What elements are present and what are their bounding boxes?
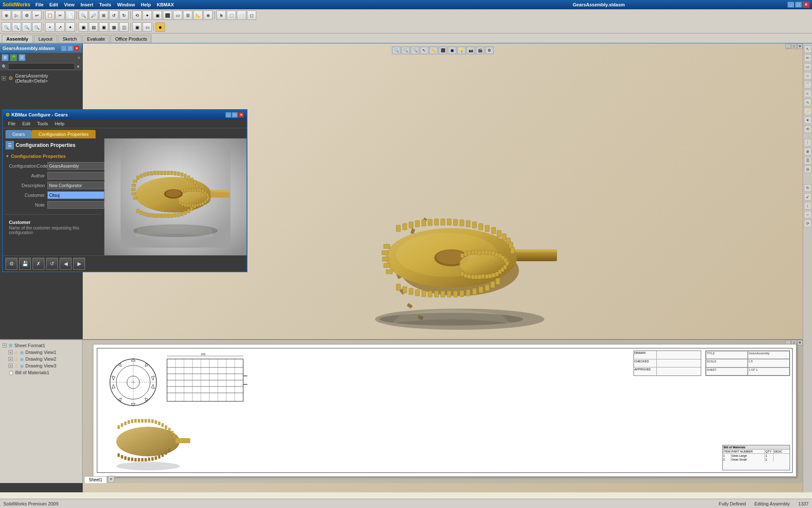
vp-display-btn[interactable]: ⬛ bbox=[439, 47, 447, 54]
tb-btn-2[interactable]: ▷ bbox=[12, 11, 21, 20]
vp-zoom3-btn[interactable]: 🔍 bbox=[411, 47, 419, 54]
tb2-btn-14[interactable]: ▭ bbox=[143, 22, 152, 32]
vp-camera-btn[interactable]: 📷 bbox=[466, 47, 475, 54]
dialog-tab-config[interactable]: Configuration Properties bbox=[32, 130, 96, 138]
footer-cancel-btn[interactable]: ✗ bbox=[33, 258, 44, 270]
q-max-btn[interactable]: □ bbox=[791, 44, 797, 49]
menu-help[interactable]: Help bbox=[138, 1, 154, 8]
dialog-close-btn[interactable]: ✕ bbox=[238, 112, 244, 118]
tb2-btn-9[interactable]: ▤ bbox=[89, 22, 98, 32]
tree-item-bom1[interactable]: 📋 Bill of Materials1 bbox=[2, 369, 80, 376]
featuretree-expand[interactable]: » bbox=[77, 55, 80, 61]
expand-view2[interactable]: + bbox=[8, 357, 13, 361]
panel-maximize-btn[interactable]: □ bbox=[67, 45, 73, 51]
search-input[interactable] bbox=[8, 63, 75, 70]
tb-btn-12[interactable]: ↻ bbox=[119, 11, 129, 20]
vp-light-btn[interactable]: 💡 bbox=[457, 47, 466, 54]
menu-tools[interactable]: Tools bbox=[96, 1, 114, 8]
tb2-btn-10[interactable]: ▣ bbox=[99, 22, 108, 32]
panel-minimize-btn[interactable]: _ bbox=[61, 45, 67, 51]
vp-more-btn[interactable]: ⚙ bbox=[485, 47, 494, 54]
expand-view3[interactable]: + bbox=[8, 364, 13, 368]
tb-btn-10[interactable]: ⊞ bbox=[99, 11, 108, 20]
expander-icon[interactable]: ▼ bbox=[2, 76, 6, 80]
tb2-btn-11[interactable]: ▦ bbox=[109, 22, 118, 32]
tb-btn-11[interactable]: ↺ bbox=[109, 11, 118, 20]
panel-close-btn[interactable]: ✕ bbox=[74, 45, 80, 51]
rs-btn-8[interactable]: ⚡ bbox=[804, 108, 812, 115]
tb2-btn-1[interactable]: 🔍 bbox=[2, 22, 11, 32]
tree-item-gearsassembly[interactable]: ▼ ⚙ GearsAssembly (Default<Defal> bbox=[0, 72, 82, 84]
minimize-button[interactable]: _ bbox=[787, 2, 794, 8]
tb2-btn-12[interactable]: ◫ bbox=[119, 22, 129, 32]
rs-btn-14[interactable]: ⊖ bbox=[804, 166, 812, 173]
menu-kbmax[interactable]: KBMAX bbox=[154, 1, 176, 8]
tb-btn-21[interactable]: 🖱 bbox=[217, 11, 226, 20]
tree-item-sheetformat1[interactable]: + ▣ Sheet Format1 bbox=[2, 342, 80, 349]
tb-btn-6[interactable]: ✂ bbox=[55, 11, 65, 20]
tb-btn-1[interactable]: ⊕ bbox=[2, 11, 11, 20]
tb2-btn-3[interactable]: 🔍 bbox=[22, 22, 31, 32]
rs-btn-15[interactable]: ↻ bbox=[804, 184, 812, 192]
dialog-tab-gears[interactable]: Gears bbox=[5, 130, 32, 138]
featuretree-icon-3[interactable]: ☰ bbox=[19, 54, 25, 61]
tab-layout[interactable]: Layout bbox=[34, 35, 57, 43]
tb-btn-24[interactable]: ◻ bbox=[247, 11, 256, 20]
rs-btn-2[interactable]: ✏ bbox=[804, 54, 812, 62]
vp-measure-btn[interactable]: 📐 bbox=[429, 47, 438, 54]
tab-evaluate[interactable]: Evaluate bbox=[82, 35, 110, 43]
vp-view-btn[interactable]: ▣ bbox=[448, 47, 456, 54]
tb-btn-9[interactable]: 🔎 bbox=[89, 11, 98, 20]
vp-scene-btn[interactable]: 🎬 bbox=[476, 47, 484, 54]
tb-btn-18[interactable]: ☰ bbox=[183, 11, 192, 20]
tree-item-drawingview2[interactable]: + ⚠ ▣ Drawing View2 bbox=[8, 356, 80, 362]
tb-btn-17[interactable]: ▭ bbox=[173, 11, 182, 20]
tab-assembly[interactable]: Assembly bbox=[2, 35, 33, 43]
dialog-min-btn[interactable]: _ bbox=[225, 112, 231, 118]
rs-btn-13[interactable]: ☰ bbox=[804, 157, 812, 164]
tb-btn-8[interactable]: 🔍 bbox=[79, 11, 88, 20]
dialog-menu-file[interactable]: File bbox=[5, 120, 19, 127]
author-input[interactable] bbox=[47, 172, 104, 179]
rs-btn-5[interactable]: ⌒ bbox=[804, 81, 812, 88]
rs-btn-4[interactable]: ○ bbox=[804, 72, 812, 80]
collapse-arrow-icon[interactable]: ▼ bbox=[5, 154, 9, 158]
rs-btn-9[interactable]: ✦ bbox=[804, 116, 812, 124]
tb-btn-14[interactable]: ✦ bbox=[143, 11, 152, 20]
menu-edit[interactable]: Edit bbox=[47, 1, 61, 8]
restore-button[interactable]: □ bbox=[795, 2, 802, 8]
footer-forward-btn[interactable]: ▶ bbox=[73, 258, 85, 270]
tb-btn-16[interactable]: ⬛ bbox=[163, 11, 172, 20]
tb-btn-23[interactable]: ⬜ bbox=[237, 11, 246, 20]
menu-view[interactable]: View bbox=[62, 1, 77, 8]
tb-btn-7[interactable]: 📄 bbox=[66, 11, 75, 20]
note-input[interactable] bbox=[47, 201, 104, 209]
tb-btn-19[interactable]: 📐 bbox=[193, 11, 203, 20]
expand-view1[interactable]: + bbox=[8, 350, 13, 354]
tb-btn-15[interactable]: ▣ bbox=[153, 11, 162, 20]
menu-insert[interactable]: Insert bbox=[78, 1, 96, 8]
description-input[interactable] bbox=[47, 182, 104, 189]
tb-btn-3[interactable]: ⚙ bbox=[22, 11, 31, 20]
tb-btn-20[interactable]: ⊕ bbox=[203, 11, 213, 20]
tb2-btn-5[interactable]: + bbox=[45, 22, 55, 32]
rs-btn-10[interactable]: ⟲ bbox=[804, 125, 812, 133]
down-arrow[interactable]: ▼ bbox=[76, 64, 80, 69]
tb2-btn-7[interactable]: ✦ bbox=[66, 22, 75, 32]
dialog-menu-help[interactable]: Help bbox=[51, 120, 68, 127]
rs-btn-7[interactable]: ∿ bbox=[804, 99, 812, 106]
tb2-btn-4[interactable]: 🔍 bbox=[32, 22, 41, 32]
q-close-btn[interactable]: ✕ bbox=[797, 44, 803, 49]
sheet1-tab[interactable]: Sheet1 bbox=[84, 476, 107, 483]
vp-zoom-btn[interactable]: 🔍 bbox=[392, 47, 401, 54]
menu-window[interactable]: Window bbox=[115, 1, 137, 8]
expand-sheet[interactable]: + bbox=[3, 343, 7, 348]
tb2-btn-2[interactable]: 🔍 bbox=[12, 22, 21, 32]
dialog-max-btn[interactable]: □ bbox=[232, 112, 238, 118]
customer-input[interactable] bbox=[47, 191, 104, 199]
rs-btn-3[interactable]: ▭ bbox=[804, 63, 812, 71]
tb-btn-22[interactable]: ⬚ bbox=[227, 11, 236, 20]
tb-btn-5[interactable]: 📋 bbox=[45, 11, 55, 20]
vp-cursor-btn[interactable]: ↖ bbox=[420, 47, 428, 54]
vp-zoom2-btn[interactable]: 🔍 bbox=[401, 47, 410, 54]
